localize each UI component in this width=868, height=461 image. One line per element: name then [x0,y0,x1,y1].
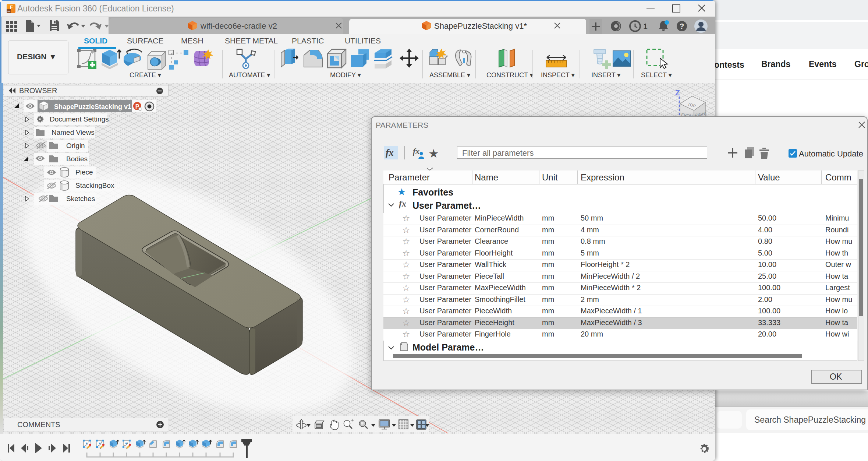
svg-text:Z: Z [675,88,680,97]
svg-text:360: 360 [7,10,10,13]
svg-text:?: ? [680,22,684,30]
svg-text:F: F [10,4,13,10]
